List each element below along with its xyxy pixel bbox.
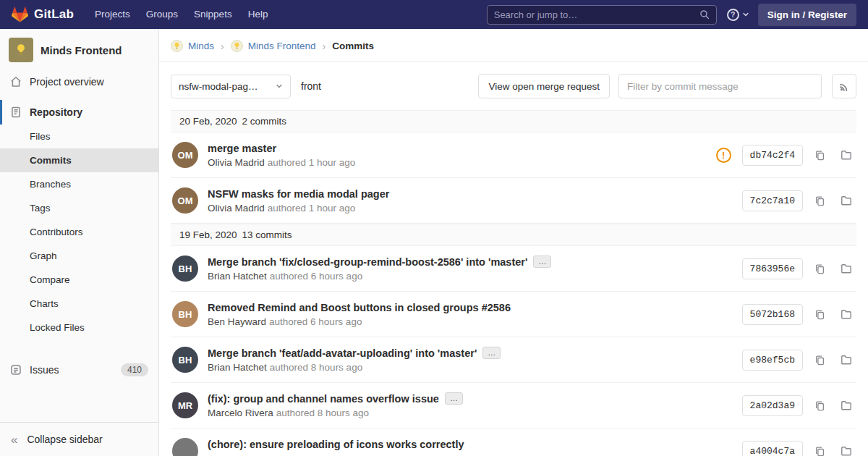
commit-description-toggle[interactable]: … <box>445 392 463 405</box>
commit-title: Merge branch 'fix/closed-group-remind-bo… <box>208 256 733 268</box>
browse-files-button[interactable] <box>836 145 856 165</box>
sidebar-item-issues[interactable]: Issues 410 <box>0 357 158 383</box>
gitlab-home-link[interactable]: GitLab <box>12 7 74 23</box>
browse-files-button[interactable] <box>836 304 856 324</box>
browse-files-button[interactable] <box>836 395 856 415</box>
folder-icon <box>841 149 852 161</box>
commit-description-toggle[interactable]: … <box>533 256 551 268</box>
sidebar-subitem-contributors[interactable]: Contributors <box>0 220 158 244</box>
commit-title-link[interactable]: Removed Remind and Boost buttons in clos… <box>208 302 511 313</box>
commit-title-link[interactable]: NSFW masks for media modal pager <box>208 188 389 200</box>
copy-sha-button[interactable] <box>809 145 830 165</box>
copy-sha-button[interactable] <box>809 304 830 324</box>
sidebar-subitem-files[interactable]: Files <box>0 124 158 148</box>
breadcrumb: Minds›Minds Frontend›Commits <box>159 29 868 62</box>
project-avatar[interactable] <box>9 38 33 62</box>
commit-author-link[interactable]: Ben Hayward <box>208 316 266 327</box>
branch-dropdown[interactable]: nsfw-modal-pag… <box>171 75 291 98</box>
breadcrumb-item-minds[interactable]: Minds <box>171 40 214 52</box>
project-name: Minds Frontend <box>41 44 122 56</box>
pipeline-warning-icon[interactable]: ! <box>716 148 731 163</box>
commit-row: BHRemoved Remind and Boost buttons in cl… <box>171 292 856 337</box>
commit-sha[interactable]: db74c2f4 <box>742 145 803 166</box>
copy-icon <box>814 446 825 456</box>
commits-feed-button[interactable] <box>832 74 856 98</box>
commits-toolbar: nsfw-modal-pag… front View open merge re… <box>159 62 868 110</box>
chevron-down-icon <box>742 11 749 18</box>
copy-icon <box>814 355 825 366</box>
commit-sha[interactable]: 5072b168 <box>742 304 803 325</box>
commit-groups: 20 Feb, 20202 commitsOMmerge masterOlivi… <box>159 110 868 456</box>
commit-sha[interactable]: a4004c7a <box>742 441 803 456</box>
commit-time: authored 1 hour ago <box>268 203 356 214</box>
commit-description-toggle[interactable]: … <box>482 347 501 359</box>
copy-icon <box>814 309 825 320</box>
breadcrumb-item-minds-frontend[interactable]: Minds Frontend <box>231 40 316 52</box>
commit-title-link[interactable]: (chore): ensure preloading of icons work… <box>208 439 464 450</box>
commit-title: NSFW masks for media modal pager <box>208 188 733 200</box>
commit-author-avatar[interactable] <box>172 438 198 456</box>
commit-title-link[interactable]: merge master <box>208 143 276 154</box>
commit-author-link[interactable]: Marcelo Rivera <box>208 408 273 418</box>
folder-icon <box>841 445 852 456</box>
copy-sha-button[interactable] <box>809 190 830 211</box>
browse-files-button[interactable] <box>836 441 856 456</box>
commit-author-link[interactable]: Brian Hatchet <box>208 271 267 282</box>
sidebar-subitem-charts[interactable]: Charts <box>0 292 158 316</box>
commit-time: authored 1 hour ago <box>268 157 356 168</box>
commit-sha[interactable]: 7863956e <box>742 258 803 279</box>
commit-author-avatar[interactable]: BH <box>172 301 198 327</box>
commit-author-link[interactable]: Brian Hatchet <box>208 362 267 373</box>
sidebar-subitem-branches[interactable]: Branches <box>0 172 158 196</box>
sidebar-subitem-tags[interactable]: Tags <box>0 196 158 220</box>
sidebar-item-project-overview[interactable]: Project overview <box>0 69 158 94</box>
commit-author-link[interactable]: Olivia Madrid <box>208 157 265 168</box>
collapse-sidebar-button[interactable]: « Collapse sidebar <box>0 422 158 456</box>
copy-sha-button[interactable] <box>809 395 830 415</box>
commit-filter-input[interactable] <box>618 74 822 98</box>
folder-icon <box>841 308 852 320</box>
sidebar-subitem-commits[interactable]: Commits <box>0 148 158 172</box>
copy-sha-button[interactable] <box>809 441 830 456</box>
sign-in-button[interactable]: Sign in / Register <box>758 4 856 26</box>
commit-sha[interactable]: 7c2c7a10 <box>742 190 803 211</box>
nav-item-help[interactable]: Help <box>240 0 276 29</box>
breadcrumb-item-commits[interactable]: Commits <box>332 41 374 51</box>
search-input[interactable] <box>494 9 695 20</box>
search-icon <box>699 9 710 20</box>
commit-meta: Ben Haywardauthored 6 hours ago <box>208 316 733 327</box>
nav-item-groups[interactable]: Groups <box>138 0 186 29</box>
copy-sha-button[interactable] <box>809 258 830 279</box>
navbar-links: ProjectsGroupsSnippetsHelp <box>87 0 276 29</box>
commit-count: 2 commits <box>242 116 287 127</box>
commit-row: OMmerge masterOlivia Madridauthored 1 ho… <box>171 132 856 178</box>
commit-author-avatar[interactable]: BH <box>172 347 198 373</box>
sidebar-subitem-compare[interactable]: Compare <box>0 268 158 292</box>
nav-item-snippets[interactable]: Snippets <box>186 0 240 29</box>
nav-item-projects[interactable]: Projects <box>87 0 138 29</box>
sidebar-subitem-locked-files[interactable]: Locked Files <box>0 316 158 339</box>
browse-files-button[interactable] <box>836 258 856 279</box>
commit-sha[interactable]: e98ef5cb <box>742 350 803 371</box>
commit-author-avatar[interactable]: OM <box>172 187 198 214</box>
commit-author-avatar[interactable]: OM <box>172 142 198 168</box>
copy-icon <box>814 150 825 161</box>
commit-row: MR(fix): group and channel names overflo… <box>171 383 856 428</box>
help-menu[interactable]: ? <box>727 9 749 21</box>
commit-title-link[interactable]: Merge branch 'feat/add-avatar-uploading'… <box>208 347 477 359</box>
commit-title-link[interactable]: (fix): group and channel names overflow … <box>208 393 439 405</box>
breadcrumb-separator-icon: › <box>221 41 224 52</box>
commit-author-avatar[interactable]: MR <box>172 392 198 418</box>
sidebar-item-repository[interactable]: Repository <box>0 100 158 124</box>
view-merge-request-button[interactable]: View open merge request <box>478 74 610 98</box>
commit-author-avatar[interactable]: BH <box>172 256 198 282</box>
copy-sha-button[interactable] <box>809 350 830 370</box>
commit-author-link[interactable]: Olivia Madrid <box>208 203 265 214</box>
commit-title-link[interactable]: Merge branch 'fix/closed-group-remind-bo… <box>208 256 527 268</box>
commit-sha[interactable]: 2a02d3a9 <box>742 395 803 416</box>
breadcrumb-label: Commits <box>332 41 374 51</box>
commit-row: OMNSFW masks for media modal pagerOlivia… <box>171 178 856 224</box>
sidebar-subitem-graph[interactable]: Graph <box>0 244 158 268</box>
browse-files-button[interactable] <box>836 190 856 211</box>
browse-files-button[interactable] <box>836 350 856 370</box>
